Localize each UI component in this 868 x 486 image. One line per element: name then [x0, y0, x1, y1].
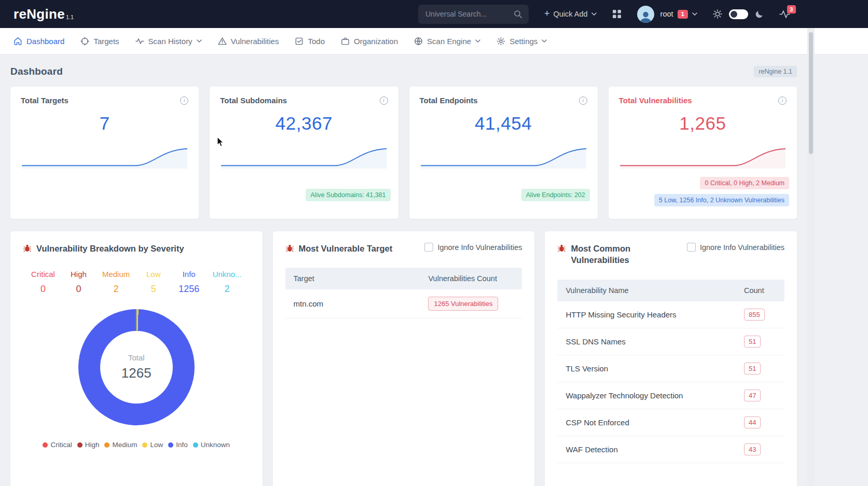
search-input[interactable]: [418, 5, 529, 24]
stat-card-total-endpoints: Total Endpoints i 41,454 Alive Endpoints…: [409, 87, 598, 219]
user-menu[interactable]: root 1: [660, 10, 697, 19]
stat-value: 42,367: [220, 113, 388, 134]
legend-item[interactable]: High: [77, 441, 100, 449]
severity-label: Medium: [102, 270, 130, 279]
donut-total-label: Total: [128, 353, 145, 362]
table-row: CSP Not Enforced 44: [557, 409, 784, 436]
ignore-info-checkbox[interactable]: [687, 243, 696, 252]
info-icon[interactable]: i: [579, 96, 587, 105]
legend-item[interactable]: Info: [168, 441, 188, 449]
legend-item[interactable]: Medium: [104, 441, 137, 449]
column-header: Vulnerability Name: [566, 286, 744, 295]
nav-organization[interactable]: Organization: [341, 37, 398, 46]
legend-item[interactable]: Unknown: [193, 441, 230, 449]
stat-card-total-targets: Total Targets i 7: [10, 87, 199, 219]
stat-cards-row: Total Targets i 7 Total Subdomains i 42,…: [10, 87, 797, 219]
stat-title: Total Vulnerabilities: [619, 96, 692, 105]
trend-sparkline: [21, 145, 188, 169]
most-vulnerable-target-card: Most Vulnerable Target Ignore Info Vulne…: [273, 231, 535, 486]
globe-icon: [414, 37, 423, 46]
nav-scan-engine[interactable]: Scan Engine: [414, 37, 480, 46]
nav-label: Scan History: [148, 37, 192, 46]
nav-scan-history[interactable]: Scan History: [135, 37, 202, 46]
severity-summary-row: Critical 0 High 0 Medium 2 Low 5 Info: [23, 270, 250, 295]
page-header: Dashboard reNgine 1.1: [10, 66, 797, 77]
universal-search: [418, 5, 529, 24]
severity-high: High 0: [66, 270, 90, 295]
nav-label: Todo: [308, 37, 325, 46]
severity-unknown: Unkno... 2: [213, 270, 242, 295]
legend-label: Medium: [112, 441, 137, 449]
count-badge[interactable]: 44: [744, 416, 761, 428]
vulnerability-name: HTTP Missing Security Headers: [566, 310, 744, 319]
stat-title: Total Targets: [21, 96, 68, 105]
count-badge[interactable]: 51: [744, 336, 761, 348]
notifications-button[interactable]: 3: [779, 10, 790, 19]
vulnerabilities-count-badge[interactable]: 1265 Vulnerabilities: [428, 297, 498, 311]
theme-toggle[interactable]: [729, 9, 748, 19]
nav-settings[interactable]: Settings: [497, 37, 547, 46]
legend-dot: [77, 442, 82, 448]
moon-icon[interactable]: [755, 10, 764, 19]
wave-icon: [135, 37, 144, 46]
severity-label: High: [66, 270, 90, 279]
nav-dashboard[interactable]: Dashboard: [13, 37, 64, 46]
person-icon: [639, 10, 653, 23]
main-nav: Dashboard Targets Scan History Vulnerabi…: [0, 28, 868, 54]
count-badge[interactable]: 51: [744, 363, 761, 374]
nav-vulnerabilities[interactable]: Vulnerabilities: [218, 37, 279, 46]
plus-icon: +: [544, 9, 550, 18]
scrollbar[interactable]: [807, 28, 815, 486]
severity-label: Critical: [31, 270, 55, 279]
table-row: HTTP Missing Security Headers 855: [557, 301, 784, 328]
nav-targets[interactable]: Targets: [80, 37, 119, 46]
count-badge[interactable]: 47: [744, 390, 761, 401]
logo-text: reNgine: [13, 7, 65, 21]
logo-version: 1.1: [66, 14, 74, 20]
ignore-info-label: Ignore Info Vulnerabilities: [700, 243, 784, 252]
dashboard-content: Dashboard reNgine 1.1 Total Targets i 7 …: [0, 66, 807, 486]
severity-value: 2: [102, 284, 130, 295]
severity-value: 1256: [177, 284, 201, 295]
legend-item[interactable]: Low: [142, 441, 163, 449]
nav-todo[interactable]: Todo: [295, 37, 325, 46]
gear-icon: [497, 37, 505, 46]
nav-label: Dashboard: [26, 37, 64, 46]
avatar[interactable]: [637, 6, 654, 23]
bug-icon: [557, 244, 566, 253]
legend-label: Critical: [50, 441, 72, 449]
info-icon[interactable]: i: [180, 96, 188, 105]
info-icon[interactable]: i: [778, 96, 787, 105]
ignore-info-option: Ignore Info Vulnerabilities: [687, 243, 784, 252]
severity-value: 5: [142, 284, 166, 295]
count-badge[interactable]: 855: [744, 309, 765, 321]
nav-label: Targets: [93, 37, 119, 46]
count-badge[interactable]: 43: [744, 443, 761, 455]
severity-value: 2: [213, 284, 242, 295]
app-logo[interactable]: reNgine 1.1: [13, 7, 74, 21]
legend-item[interactable]: Critical: [43, 441, 72, 449]
stat-card-total-subdomains: Total Subdomains i 42,367 Alive Subdomai…: [210, 87, 398, 219]
info-icon[interactable]: i: [380, 96, 388, 105]
severity-value: 0: [66, 284, 90, 295]
page-title: Dashboard: [10, 66, 63, 77]
target-name[interactable]: mtn.com: [294, 299, 429, 308]
ignore-info-option: Ignore Info Vulnerabilities: [424, 243, 522, 252]
sun-icon[interactable]: [713, 9, 722, 19]
ignore-info-checkbox[interactable]: [424, 243, 433, 252]
chevron-down-icon: [197, 39, 202, 43]
stat-value: 1,265: [619, 113, 787, 134]
quick-add-button[interactable]: + Quick Add: [544, 10, 597, 18]
home-icon: [13, 37, 22, 46]
stat-title: Total Subdomains: [220, 96, 287, 105]
scrollbar-thumb[interactable]: [809, 32, 813, 154]
legend-dot: [193, 442, 198, 448]
nav-label: Scan Engine: [427, 37, 471, 46]
table-header: Vulnerability Name Count: [557, 280, 784, 301]
widget-title-text: Vulnerability Breakdown by Severity: [36, 243, 184, 254]
legend-label: Low: [150, 441, 163, 449]
chevron-down-icon: [591, 12, 597, 16]
common-vulnerabilities-table: Vulnerability Name Count HTTP Missing Se…: [557, 280, 784, 463]
bug-icon: [23, 244, 32, 253]
apps-grid-icon[interactable]: [612, 9, 622, 19]
